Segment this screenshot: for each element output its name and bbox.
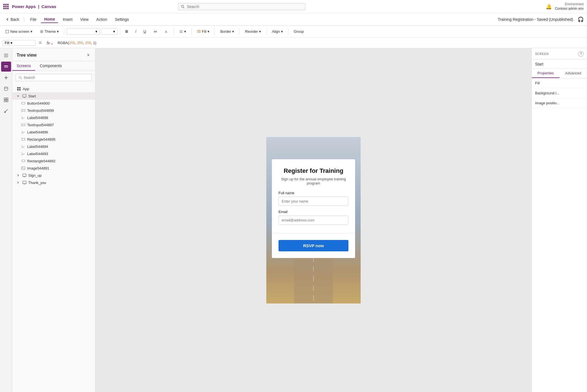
align-label: Align xyxy=(272,29,280,34)
nav-view[interactable]: View xyxy=(77,16,92,23)
new-screen-label: New screen xyxy=(10,29,29,34)
svg-rect-23 xyxy=(4,100,6,102)
group-button[interactable]: Group xyxy=(291,28,307,35)
components-button[interactable] xyxy=(1,95,11,105)
thankyou-chevron xyxy=(17,181,21,184)
tab-components[interactable]: Components xyxy=(35,61,66,71)
fullname-input[interactable] xyxy=(279,197,348,206)
svg-rect-29 xyxy=(19,87,21,88)
reorder-button[interactable]: Reorder ▾ xyxy=(242,28,264,35)
tree-item-start[interactable]: Start ⋯ xyxy=(12,92,95,100)
svg-rect-34 xyxy=(22,102,25,104)
font-size-dropdown[interactable]: ▾ xyxy=(101,28,118,35)
border-button[interactable]: Border ▾ xyxy=(217,28,237,35)
align-button[interactable]: ▾ xyxy=(176,28,189,35)
toolbar-sep-3 xyxy=(174,28,174,35)
canvas-area: Register for Training Sign up for the an… xyxy=(95,48,532,392)
fill-property[interactable]: Fill xyxy=(532,78,587,88)
notification-icon[interactable]: 🔔 xyxy=(546,4,552,10)
search-input[interactable] xyxy=(187,4,303,9)
nav-settings[interactable]: Settings xyxy=(112,16,132,23)
theme-label: Theme xyxy=(45,29,56,34)
environment-info: Environment Contoso admin env xyxy=(555,2,584,11)
tree-search-input[interactable] xyxy=(24,75,89,80)
bold-button[interactable]: B xyxy=(122,28,131,35)
svg-rect-40 xyxy=(22,160,25,162)
svg-point-20 xyxy=(4,87,8,88)
back-button[interactable]: Back xyxy=(3,16,21,23)
label-icon-1 xyxy=(21,115,26,120)
svg-text:A: A xyxy=(165,30,167,33)
nav-home[interactable]: Home xyxy=(41,16,58,23)
canvas-label: Canvas xyxy=(41,4,56,9)
new-screen-button[interactable]: New screen ▾ xyxy=(2,28,36,35)
nav-file[interactable]: File xyxy=(27,16,40,23)
strikethrough-button[interactable] xyxy=(150,28,160,35)
svg-point-0 xyxy=(181,5,184,7)
toolbar-sep-5 xyxy=(215,28,215,35)
imageposition-property[interactable]: Image positio... xyxy=(532,98,587,108)
tree-item-thankyou[interactable]: Thank_you xyxy=(12,179,95,186)
tree-item-label544893[interactable]: Label544893 xyxy=(12,150,95,157)
nav-insert[interactable]: Insert xyxy=(59,16,76,23)
back-arrow-icon xyxy=(6,17,9,21)
signup-chevron xyxy=(17,173,21,177)
tree-item-button544900[interactable]: Button544900 xyxy=(12,100,95,107)
new-screen-icon xyxy=(5,30,9,34)
tree-item-textinput544897[interactable]: TextInput544897 xyxy=(12,121,95,128)
tree-item-label544894[interactable]: Label544894 xyxy=(12,143,95,150)
svg-rect-17 xyxy=(4,67,8,68)
svg-rect-32 xyxy=(23,95,26,97)
properties-tab[interactable]: Properties xyxy=(532,69,560,78)
hamburger-button[interactable] xyxy=(1,50,11,60)
fill-button[interactable]: Fill ▾ xyxy=(194,28,213,35)
email-label: Email xyxy=(279,210,348,214)
label544898-label: Label544898 xyxy=(27,116,91,120)
tree-item-app[interactable]: App xyxy=(12,85,95,92)
tree-item-label544898[interactable]: Label544898 xyxy=(12,114,95,121)
italic-button[interactable]: / xyxy=(132,28,140,35)
email-input[interactable] xyxy=(279,216,348,225)
fill-label: Fill xyxy=(202,29,207,34)
right-panel: SCREEN ? Start Properties Advanced Fill … xyxy=(532,48,587,392)
data-button[interactable] xyxy=(1,84,11,94)
start-label: Start xyxy=(28,94,91,98)
advanced-tab[interactable]: Advanced xyxy=(560,69,587,78)
new-screen-chevron: ▾ xyxy=(31,29,32,34)
theme-button[interactable]: Theme ▾ xyxy=(37,28,62,35)
tree-body: App Start ⋯ Button544900 xyxy=(12,84,95,392)
add-button[interactable] xyxy=(1,73,11,83)
expand-icon: ⌄ xyxy=(50,41,54,45)
tree-item-rectangle544895[interactable]: Rectangle544895 xyxy=(12,136,95,143)
align-text-button[interactable]: Align ▾ xyxy=(269,28,286,35)
tab-screens[interactable]: Screens xyxy=(12,61,35,71)
formula-fx-button[interactable]: fx ⌄ xyxy=(45,41,55,45)
background-property[interactable]: Background i... xyxy=(532,88,587,98)
app-icon xyxy=(17,87,21,91)
tree-close-button[interactable]: × xyxy=(86,52,91,59)
tree-item-rectangle544892[interactable]: Rectangle544892 xyxy=(12,157,95,165)
font-family-dropdown[interactable]: ▾ xyxy=(67,28,100,35)
tree-item-label544896[interactable]: Label544896 xyxy=(12,128,95,136)
card-subtitle: Sign up for the annual employee training… xyxy=(279,177,348,185)
svg-point-42 xyxy=(22,167,23,168)
tree-search-bar[interactable] xyxy=(16,74,92,81)
rsvp-button[interactable]: RSVP now xyxy=(279,240,348,251)
tree-item-signup[interactable]: Sign_up xyxy=(12,172,95,179)
nav-action[interactable]: Action xyxy=(93,16,110,23)
treeview-button[interactable] xyxy=(1,62,11,72)
svg-point-26 xyxy=(19,76,21,79)
formula-property-dropdown[interactable]: Fill ▾ xyxy=(2,40,36,46)
svg-rect-12 xyxy=(197,30,200,32)
underline-button[interactable]: U xyxy=(140,28,149,35)
font-color-icon: A xyxy=(165,30,168,34)
font-color-button[interactable]: A xyxy=(161,28,171,35)
tools-button[interactable] xyxy=(1,106,11,116)
tree-item-image544891[interactable]: Image544891 xyxy=(12,165,95,172)
tree-item-textinput544899[interactable]: TextInput544899 xyxy=(12,107,95,114)
formula-input[interactable]: RGBA(255, 255, 255, 1) xyxy=(57,41,585,45)
search-bar[interactable] xyxy=(178,3,305,10)
svg-rect-22 xyxy=(6,98,8,100)
doc-title: Training Registration - Saved (Unpublish… xyxy=(498,17,573,22)
help-button[interactable]: ? xyxy=(578,51,584,57)
